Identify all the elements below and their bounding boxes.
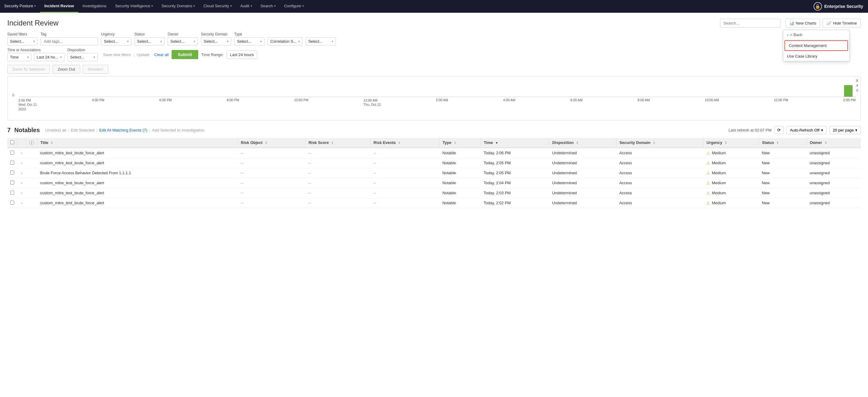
- filter-group-urgency: Urgency Select... ▾: [101, 32, 131, 46]
- deselect-button[interactable]: Deselect: [83, 65, 108, 74]
- row-risk-object: --: [238, 178, 305, 188]
- notables-table: i Title ⇕ Risk Object ⇕ Risk Score ⇕ Ris…: [7, 138, 861, 208]
- row-risk-score: --: [305, 168, 370, 178]
- auto-refresh-label: Auto-Refresh Off: [790, 128, 819, 133]
- col-owner[interactable]: Owner ⇕: [807, 138, 861, 148]
- last-refresh-label: Last refresh at 02:07 PM: [728, 128, 771, 133]
- last-select[interactable]: Last 24 ho... ▾: [34, 53, 64, 61]
- saved-filters-select[interactable]: Select... ▾: [7, 37, 37, 46]
- row-checkbox[interactable]: [10, 161, 14, 165]
- row-checkbox[interactable]: [10, 180, 14, 185]
- col-urgency[interactable]: Urgency ⇕: [703, 138, 759, 148]
- select-all-checkbox[interactable]: [10, 140, 14, 144]
- row-checkbox[interactable]: [10, 191, 14, 195]
- nav-item-incident-review[interactable]: Incident Review: [40, 0, 78, 13]
- nav-item-security-posture[interactable]: Security Posture ▾: [0, 0, 40, 13]
- nav-label-incident-review: Incident Review: [44, 4, 74, 8]
- row-disposition: Undetermined: [549, 178, 616, 188]
- auto-refresh-button[interactable]: Auto-Refresh Off ▾: [786, 126, 826, 134]
- nav-item-investigations[interactable]: Investigations: [79, 0, 111, 13]
- disposition-select[interactable]: Select... ▾: [67, 53, 98, 61]
- row-checkbox[interactable]: [10, 151, 14, 154]
- nav-item-configure[interactable]: Configure ▾: [280, 0, 308, 13]
- row-checkbox-cell: [7, 168, 18, 178]
- security-domain-select[interactable]: Select... ▾: [201, 37, 231, 46]
- col-status[interactable]: Status ⇕: [759, 138, 807, 148]
- hide-timeline-button[interactable]: 📈 Hide Timeline: [823, 19, 861, 28]
- col-title[interactable]: Title ⇕: [37, 138, 238, 148]
- row-expand-cell[interactable]: ›: [18, 148, 26, 158]
- row-risk-events: --: [370, 198, 439, 208]
- row-expand-cell[interactable]: ›: [18, 158, 26, 168]
- nav-item-cloud-security[interactable]: Cloud Security ▾: [199, 0, 236, 13]
- nav-bar: Security Posture ▾ Incident Review Inves…: [0, 0, 868, 13]
- row-expand-cell[interactable]: ›: [18, 178, 26, 188]
- chevron-down-icon: ▾: [230, 4, 232, 7]
- add-to-investigation-button[interactable]: Add Selected to Investigation: [150, 128, 206, 133]
- nav-item-audit[interactable]: Audit ▾: [236, 0, 256, 13]
- save-new-filters-button[interactable]: Save new filters: [103, 52, 131, 57]
- col-security-domain[interactable]: Security Domain ⇕: [616, 138, 703, 148]
- extra-select[interactable]: Select... ▾: [306, 37, 336, 46]
- row-info-cell: [26, 158, 37, 168]
- row-owner: unassigned: [807, 188, 861, 198]
- update-button[interactable]: Update: [137, 52, 150, 57]
- row-risk-object: --: [238, 198, 305, 208]
- urgency-select[interactable]: Select... ▾: [101, 37, 131, 46]
- col-time[interactable]: Time ▼: [480, 138, 549, 148]
- search-input[interactable]: [720, 19, 780, 28]
- notables-label: Notables: [14, 127, 40, 134]
- extra-label: [306, 32, 336, 36]
- row-expand-cell[interactable]: ›: [18, 188, 26, 198]
- row-title: Brute Force Access Behavior Detected Fro…: [37, 168, 238, 178]
- tag-input[interactable]: [40, 37, 98, 46]
- clear-all-button[interactable]: Clear all: [154, 52, 169, 57]
- submit-button[interactable]: Submit: [172, 50, 198, 59]
- status-select[interactable]: Select... ▾: [134, 37, 165, 46]
- col-disposition[interactable]: Disposition ⇕: [549, 138, 616, 148]
- urgency-label: Medium: [712, 201, 726, 205]
- row-expand-cell[interactable]: ›: [18, 198, 26, 208]
- time-select[interactable]: Time ▾: [7, 53, 31, 61]
- row-checkbox[interactable]: [10, 171, 14, 175]
- row-time: Today, 2:06 PM: [480, 148, 549, 158]
- nav-item-search[interactable]: Search ▾: [256, 0, 280, 13]
- row-status: New: [759, 148, 807, 158]
- dropdown-item-content-management[interactable]: Content Management: [784, 40, 848, 51]
- col-risk-score[interactable]: Risk Score ⇕: [305, 138, 370, 148]
- nav-item-security-intelligence[interactable]: Security Intelligence ▾: [111, 0, 157, 13]
- row-risk-object: --: [238, 148, 305, 158]
- submit-label: Submit: [178, 52, 192, 57]
- time-value: Time: [10, 55, 19, 59]
- dropdown-back-button[interactable]: ‹ < Back: [783, 30, 849, 40]
- row-checkbox[interactable]: [10, 201, 14, 204]
- row-expand-cell[interactable]: ›: [18, 168, 26, 178]
- row-risk-object: --: [238, 188, 305, 198]
- refresh-button[interactable]: ⟳: [774, 126, 783, 134]
- zoom-out-button[interactable]: Zoom Out: [52, 65, 80, 74]
- type-select[interactable]: Select... ▾: [234, 37, 265, 46]
- urgency-warn-icon: ⚠: [706, 161, 710, 166]
- zoom-row: Zoom To Selection Zoom Out Deselect: [7, 65, 861, 74]
- col-risk-object[interactable]: Risk Object ⇕: [238, 138, 305, 148]
- new-charts-button[interactable]: 📊 New Charts: [785, 19, 820, 28]
- chevron-down-icon: ▾: [274, 4, 276, 7]
- per-page-button[interactable]: 20 per page ▾: [830, 126, 861, 134]
- owner-select[interactable]: Select... ▾: [168, 37, 198, 46]
- save-new-filters-label: Save new filters: [103, 52, 131, 57]
- dropdown-item-use-case-library[interactable]: Use Case Library: [783, 52, 849, 61]
- zoom-to-selection-button[interactable]: Zoom To Selection: [7, 65, 50, 74]
- nav-item-security-domains[interactable]: Security Domains ▾: [157, 0, 199, 13]
- row-security-domain: Access: [616, 198, 703, 208]
- nav-label-investigations: Investigations: [83, 4, 107, 8]
- table-row: › custom_mitre_test_brute_force_alert --…: [7, 198, 861, 208]
- col-risk-events[interactable]: Risk Events ⇕: [370, 138, 439, 148]
- edit-selected-button[interactable]: Edit Selected: [69, 128, 97, 133]
- correlation-select[interactable]: Correlation S... ▾: [268, 37, 303, 46]
- unselect-all-button[interactable]: Unselect all: [43, 128, 68, 133]
- col-type[interactable]: Type ⇕: [439, 138, 480, 148]
- notables-header: 7 Notables Unselect all | Edit Selected …: [7, 126, 861, 134]
- nav-label-audit: Audit: [240, 4, 249, 8]
- filter-actions: Save new filters | Update Clear all: [103, 52, 169, 57]
- edit-all-matching-button[interactable]: Edit All Matching Events (7): [97, 128, 149, 133]
